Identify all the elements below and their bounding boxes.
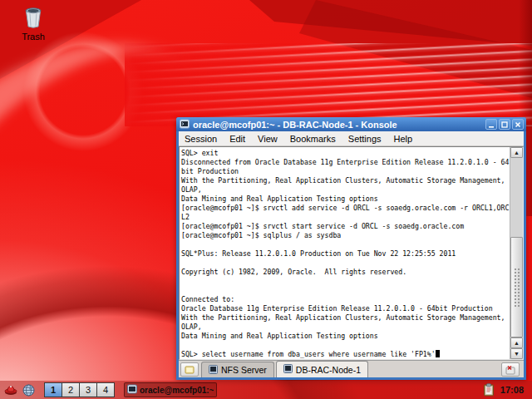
start-menu-icon[interactable]	[3, 382, 18, 397]
scroll-down-icon[interactable]: ▼	[510, 348, 523, 359]
terminal-icon	[283, 364, 293, 375]
menu-bar: SessionEditViewBookmarksSettingsHelp	[179, 131, 524, 146]
scroll-up-icon[interactable]: ▲	[510, 337, 523, 348]
tab-label: DB-RAC-Node-1	[296, 365, 361, 375]
terminal-line: OLAP,	[181, 323, 510, 332]
session-tab-bar: NFS Server DB-RAC-Node-1	[179, 360, 524, 377]
terminal-line: [oracle@mcofp01 ~]$ srvctl add service -…	[181, 204, 510, 213]
menu-item[interactable]: Session	[185, 134, 217, 144]
terminal-view: SQL> exitDisconnected from Oracle Databa…	[179, 146, 524, 360]
close-button[interactable]	[512, 119, 524, 130]
terminal-line: SQL> exit	[181, 149, 510, 158]
pager-desktop-button[interactable]: 4	[96, 382, 115, 397]
desktop-icon-trash[interactable]: Trash	[12, 7, 55, 42]
terminal-line: SQL> select username from dba_users wher…	[181, 350, 510, 359]
menu-item[interactable]: Help	[394, 134, 413, 144]
terminal-line: Copyright (c) 1982, 2009, Oracle. All ri…	[181, 268, 510, 277]
pager-desktop-button[interactable]: 2	[62, 382, 80, 397]
close-session-button[interactable]	[501, 362, 520, 377]
konsole-window: oracle@mcofp01:~ - DB-RAC-Node-1 - Konso…	[176, 117, 526, 380]
panel-clock[interactable]: 17:08	[499, 385, 529, 395]
wallpaper-light-streaks	[125, 43, 532, 126]
text-cursor	[436, 350, 440, 357]
taskbar-window-button[interactable]: oracle@mcofp01:~ - DB-RAC-Node-1 - Konso…	[124, 382, 217, 397]
terminal-icon	[209, 365, 218, 376]
session-tabs: NFS Server DB-RAC-Node-1	[201, 361, 370, 377]
terminal-line: bit Production	[181, 167, 510, 176]
terminal-line: SQL*Plus: Release 11.2.0.1.0 Production …	[181, 249, 510, 259]
terminal-line: Oracle Database 11g Enterprise Edition R…	[181, 304, 510, 313]
taskbar-panel: 1234 oracle@mcofp01:~ - DB-RAC-Node-1 - …	[0, 381, 532, 399]
web-browser-icon[interactable]	[21, 382, 36, 397]
terminal-line: With the Partitioning, Real Application …	[181, 313, 510, 323]
konsole-window-icon	[180, 119, 190, 131]
terminal-line	[181, 341, 510, 350]
terminal-line: [oracle@mcofp01 ~]$ srvctl start service…	[181, 222, 510, 231]
terminal-line	[181, 240, 510, 249]
pager-desktop-button[interactable]: 3	[79, 382, 97, 397]
scrollbar-grip	[514, 268, 520, 308]
pager-desktop-button[interactable]: 1	[44, 382, 62, 397]
terminal-line: Data Mining and Real Application Testing…	[181, 195, 510, 204]
taskbar-window-label: oracle@mcofp01:~ - DB-RAC-Node-1 - Konso…	[140, 386, 214, 395]
klipper-clipboard-icon[interactable]	[481, 382, 496, 397]
session-tab[interactable]: DB-RAC-Node-1	[276, 361, 368, 377]
scrollbar[interactable]: ▲ ▲ ▼	[510, 147, 523, 359]
terminal-output[interactable]: SQL> exitDisconnected from Oracle Databa…	[180, 147, 510, 359]
menu-item[interactable]: Edit	[229, 134, 245, 144]
terminal-line	[181, 286, 510, 295]
scrollbar-thumb[interactable]	[510, 237, 523, 337]
wallpaper-dark-wedge	[249, 0, 532, 108]
terminal-line: Connected to:	[181, 295, 510, 304]
trash-label: Trash	[22, 32, 45, 42]
window-title: oracle@mcofp01:~ - DB-RAC-Node-1 - Konso…	[193, 120, 397, 130]
terminal-line: OLAP,	[181, 185, 510, 195]
minimize-button[interactable]	[485, 119, 497, 130]
desktop-pager: 1234	[45, 382, 115, 397]
terminal-line: [oracle@mcofp01 ~]$ sqlplus / as sysdba	[181, 231, 510, 240]
menu-item[interactable]: Settings	[348, 134, 382, 144]
window-titlebar[interactable]: oracle@mcofp01:~ - DB-RAC-Node-1 - Konso…	[176, 117, 526, 131]
scrollbar-track[interactable]	[510, 158, 523, 337]
terminal-line: Disconnected from Oracle Database 11g En…	[181, 158, 510, 167]
tab-label: NFS Server	[221, 365, 267, 375]
new-session-button[interactable]	[180, 362, 199, 377]
terminal-line	[181, 277, 510, 286]
session-tab[interactable]: NFS Server	[201, 362, 274, 377]
terminal-line: L2	[181, 213, 510, 222]
menu-item[interactable]: View	[258, 134, 278, 144]
terminal-line: With the Partitioning, Real Application …	[181, 176, 510, 185]
window-controls	[485, 119, 524, 130]
wallpaper-dark-wedge	[200, 0, 532, 58]
scroll-up-icon[interactable]: ▲	[510, 147, 523, 158]
desktop: Trash oracle@mcofp01:~ - DB-RAC-Node-1 -…	[0, 0, 532, 399]
trash-icon	[23, 7, 43, 30]
terminal-icon	[127, 384, 137, 396]
terminal-line: Data Mining and Real Application Testing…	[181, 332, 510, 341]
maximize-button[interactable]	[499, 119, 510, 130]
terminal-line	[181, 259, 510, 268]
menu-item[interactable]: Bookmarks	[290, 134, 336, 144]
